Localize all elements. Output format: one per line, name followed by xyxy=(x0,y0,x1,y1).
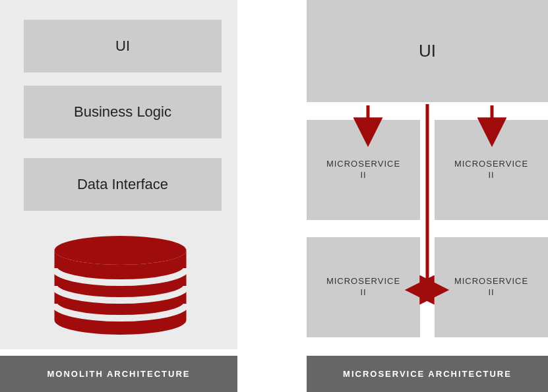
microservice-2-label: MICROSERVICE xyxy=(454,159,528,170)
microservice-4-sub: II xyxy=(454,287,528,298)
microservice-3-sub: II xyxy=(326,287,400,298)
monolith-data-interface-box: Data Interface xyxy=(24,158,222,211)
microservice-box-4: MICROSERVICE II xyxy=(435,237,548,337)
microservice-footer: MICROSERVICE ARCHITECTURE xyxy=(307,356,548,392)
microservice-box-1: MICROSERVICE II xyxy=(307,120,420,220)
monolith-footer-label: MONOLITH ARCHITECTURE xyxy=(47,369,190,379)
microservice-3-label: MICROSERVICE xyxy=(326,276,400,287)
svg-point-0 xyxy=(55,236,187,265)
monolith-ui-box: UI xyxy=(24,20,222,72)
monolith-panel: UI Business Logic Data Interface xyxy=(0,0,237,349)
microservice-2-sub: II xyxy=(454,170,528,181)
microservice-box-2: MICROSERVICE II xyxy=(435,120,548,220)
microservice-panel: UI MICROSERVICE II MICROSERVICE II MICRO… xyxy=(307,0,548,349)
database-icon xyxy=(53,236,188,335)
microservice-1-sub: II xyxy=(326,170,400,181)
microservice-footer-label: MICROSERVICE ARCHITECTURE xyxy=(343,369,512,379)
microservice-1-label: MICROSERVICE xyxy=(326,159,400,170)
microservice-ui-box: UI xyxy=(307,0,548,102)
monolith-business-logic-box: Business Logic xyxy=(24,86,222,138)
microservice-box-3: MICROSERVICE II xyxy=(307,237,420,337)
microservice-4-label: MICROSERVICE xyxy=(454,276,528,287)
monolith-footer: MONOLITH ARCHITECTURE xyxy=(0,356,237,392)
